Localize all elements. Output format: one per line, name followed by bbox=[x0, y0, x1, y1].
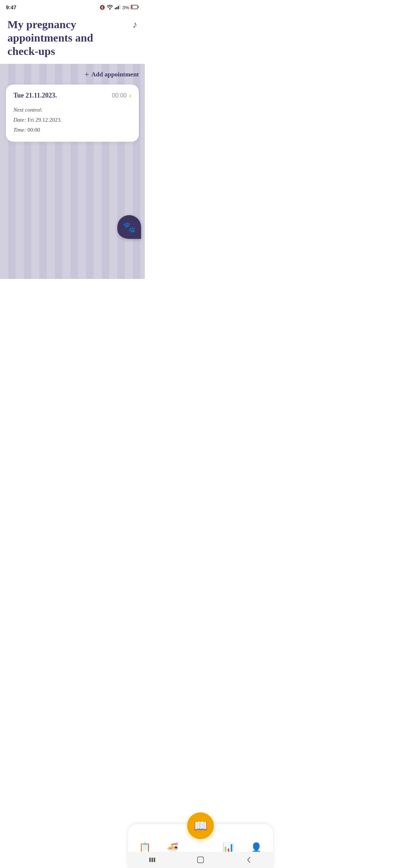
svg-point-0 bbox=[109, 8, 111, 10]
svg-rect-1 bbox=[115, 8, 116, 9]
main-content: + Add appointment Tue 21.11.2023. 00:00 … bbox=[0, 64, 145, 279]
card-body: Next control: Date: Fri 29.12.2023. Time… bbox=[13, 105, 131, 135]
header: My pregnancy appointments and check-ups … bbox=[0, 13, 145, 64]
next-date: Fri 29.12.2023. bbox=[27, 117, 62, 123]
svg-rect-3 bbox=[118, 6, 119, 9]
status-icons: 🔇 3% bbox=[100, 4, 139, 11]
svg-rect-2 bbox=[116, 7, 117, 9]
appointment-date: Tue 21.11.2023. bbox=[13, 92, 57, 99]
music-icon[interactable]: ♪ bbox=[133, 19, 137, 30]
plus-icon: + bbox=[85, 70, 89, 79]
svg-rect-6 bbox=[138, 6, 139, 8]
svg-rect-4 bbox=[119, 5, 120, 9]
svg-rect-7 bbox=[131, 6, 133, 8]
signal-icon bbox=[115, 5, 121, 10]
chevron-right-icon[interactable]: › bbox=[129, 91, 131, 100]
status-bar: 9:47 🔇 3% bbox=[0, 0, 145, 13]
appointment-time: 00:00 bbox=[112, 92, 127, 99]
card-time-row: 00:00 › bbox=[112, 91, 131, 100]
add-appointment-button[interactable]: + Add appointment bbox=[85, 70, 139, 79]
add-appointment-row: + Add appointment bbox=[6, 70, 139, 79]
status-time: 9:47 bbox=[6, 4, 16, 10]
battery-icon bbox=[131, 5, 139, 10]
add-appointment-label: Add appointment bbox=[91, 71, 139, 78]
floating-baby-button[interactable]: 🐾 bbox=[117, 215, 141, 242]
wifi-icon bbox=[107, 4, 113, 11]
mute-icon: 🔇 bbox=[100, 5, 105, 10]
baby-feet-icon: 🐾 bbox=[123, 221, 136, 233]
next-time: 00:00 bbox=[27, 127, 40, 133]
appointment-card[interactable]: Tue 21.11.2023. 00:00 › Next control: Da… bbox=[6, 85, 139, 142]
next-control-label: Next control: bbox=[13, 105, 131, 115]
baby-button-inner: 🐾 bbox=[117, 215, 141, 239]
next-time-row: Time: 00:00 bbox=[13, 125, 131, 135]
card-header: Tue 21.11.2023. 00:00 › bbox=[13, 91, 131, 100]
battery-percent: 3% bbox=[122, 5, 129, 10]
page-title: My pregnancy appointments and check-ups bbox=[7, 18, 123, 58]
next-date-row: Date: Fri 29.12.2023. bbox=[13, 115, 131, 125]
